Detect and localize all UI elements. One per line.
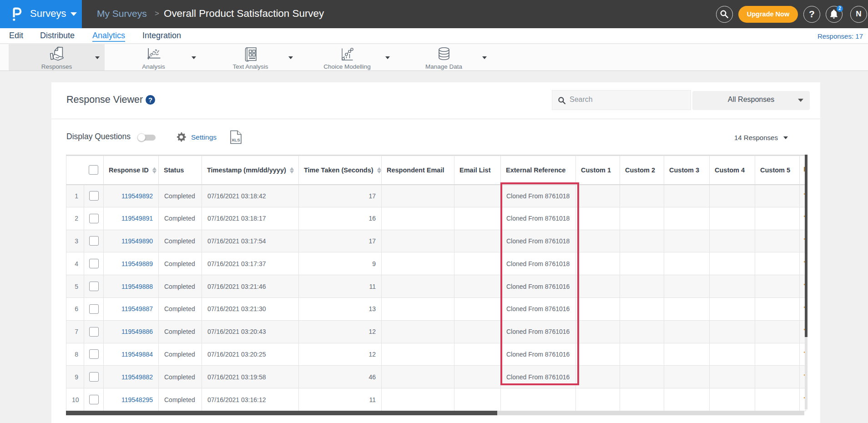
svg-text:XLS: XLS xyxy=(232,137,240,142)
svg-text:?: ? xyxy=(148,96,152,103)
